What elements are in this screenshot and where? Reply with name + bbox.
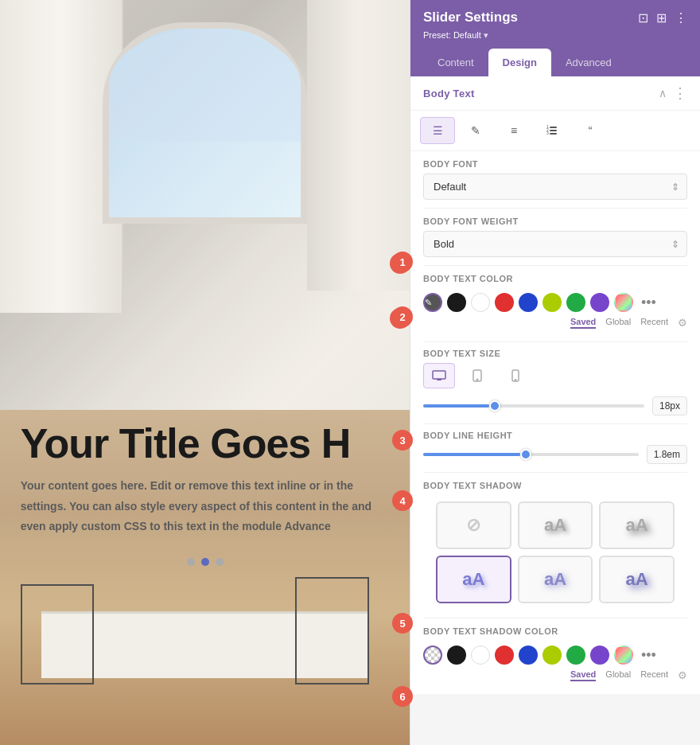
body-line-height-field: Body Line Height 1.8em bbox=[410, 424, 700, 472]
shadow-color-swatch-purple[interactable] bbox=[590, 646, 609, 665]
shadow-option-4[interactable]: aA bbox=[436, 556, 511, 603]
body-font-weight-label: Body Font Weight bbox=[423, 216, 687, 226]
body-text-section: Body Text ∧ ⋮ ☰ ✎ ≡ 1 2 bbox=[410, 76, 700, 694]
section-title: Body Text bbox=[423, 88, 475, 99]
svg-rect-7 bbox=[437, 379, 441, 380]
section-controls: ∧ ⋮ bbox=[659, 86, 687, 100]
shadow-color-swatch-lime[interactable] bbox=[542, 646, 562, 665]
color-swatch-blue[interactable] bbox=[519, 293, 538, 312]
shadow-color-tab-recent[interactable]: Recent bbox=[640, 669, 668, 681]
body-text-color-field: Body Text Color ✎ ••• bbox=[410, 266, 700, 341]
panel-title: Slider Settings bbox=[423, 10, 518, 25]
shadow-color-swatch-green[interactable] bbox=[566, 646, 585, 665]
color-tab-global[interactable]: Global bbox=[605, 317, 631, 329]
shadow-color-more-btn[interactable]: ••• bbox=[638, 647, 659, 664]
shadow-color-tab-saved[interactable]: Saved bbox=[570, 669, 596, 681]
shadow-color-tabs: Saved Global Recent ⚙ bbox=[423, 668, 687, 686]
shadow-color-swatches: ••• bbox=[423, 641, 687, 668]
body-font-select[interactable]: Default Arial Georgia Helvetica bbox=[423, 174, 687, 200]
text-size-value[interactable]: 18px bbox=[652, 396, 687, 415]
svg-rect-0 bbox=[550, 127, 557, 128]
body-font-field: Body Font Default Arial Georgia Helvetic… bbox=[410, 151, 700, 208]
color-swatch-red[interactable] bbox=[495, 293, 514, 312]
shadow-color-swatch-white[interactable] bbox=[471, 646, 490, 665]
color-tabs: Saved Global Recent ⚙ bbox=[423, 315, 687, 333]
tab-content[interactable]: Content bbox=[423, 49, 488, 76]
line-height-value[interactable]: 1.8em bbox=[647, 445, 687, 464]
format-toolbar: ☰ ✎ ≡ 1 2 3 “ bbox=[410, 111, 700, 151]
format-list-ol-btn[interactable]: 1 2 3 bbox=[535, 117, 570, 144]
shadow-color-swatch-transparent[interactable] bbox=[423, 646, 442, 665]
shadow-options: ⊘ aA aA aA aA aA bbox=[423, 495, 687, 610]
tab-advanced[interactable]: Advanced bbox=[551, 49, 626, 76]
shadow-none[interactable]: ⊘ bbox=[436, 501, 511, 549]
collapse-icon[interactable]: ∧ bbox=[659, 87, 667, 99]
color-swatch-black[interactable] bbox=[447, 293, 466, 312]
shadow-option-3[interactable]: aA bbox=[599, 501, 675, 549]
line-height-slider-track[interactable] bbox=[423, 453, 639, 456]
format-list-ul-btn[interactable]: ≡ bbox=[496, 117, 531, 144]
format-align-btn[interactable]: ☰ bbox=[420, 117, 455, 144]
format-italic-btn[interactable]: ✎ bbox=[458, 117, 493, 144]
shadow-color-swatch-blue[interactable] bbox=[519, 646, 538, 665]
svg-point-11 bbox=[515, 380, 515, 380]
shadow-color-tab-global[interactable]: Global bbox=[605, 669, 631, 681]
color-swatch-gradient[interactable] bbox=[614, 293, 633, 312]
preview-content: Your Title Goes H Your content goes here… bbox=[21, 421, 398, 536]
section-menu-icon[interactable]: ⋮ bbox=[673, 86, 687, 100]
preview-area: Your Title Goes H Your content goes here… bbox=[0, 0, 410, 745]
color-swatch-green[interactable] bbox=[566, 293, 585, 312]
device-tablet-tab[interactable] bbox=[461, 363, 493, 388]
body-text-shadow-field: Body Text Shadow ⊘ aA aA aA aA aA bbox=[410, 473, 700, 618]
maximize-icon[interactable]: ⊡ bbox=[638, 10, 648, 25]
body-font-select-wrap: Default Arial Georgia Helvetica ⇕ bbox=[423, 174, 687, 200]
body-text-shadow-color-field: Body Text Shadow Color ••• Saved Global bbox=[410, 618, 700, 694]
body-font-weight-field: Body Font Weight Bold Normal Light 100 2… bbox=[410, 209, 700, 265]
line-height-slider-thumb[interactable] bbox=[520, 449, 531, 460]
body-text-size-field: Body Text Size bbox=[410, 342, 700, 423]
settings-panel: Slider Settings ⊡ ⊞ ⋮ Preset: Default ▾ … bbox=[410, 0, 700, 745]
shadow-option-5[interactable]: aA bbox=[518, 556, 593, 603]
shadow-color-settings-icon[interactable]: ⚙ bbox=[678, 669, 687, 681]
line-height-slider-fill bbox=[423, 453, 520, 456]
svg-rect-1 bbox=[550, 130, 557, 131]
more-icon[interactable]: ⋮ bbox=[675, 10, 687, 25]
device-mobile-tab[interactable] bbox=[500, 363, 531, 388]
text-size-slider-thumb[interactable] bbox=[489, 400, 500, 412]
columns-icon[interactable]: ⊞ bbox=[656, 10, 667, 25]
svg-text:3: 3 bbox=[546, 131, 549, 135]
dot-2[interactable] bbox=[201, 558, 209, 566]
body-text-shadow-color-label: Body Text Shadow Color bbox=[423, 626, 687, 636]
svg-rect-2 bbox=[550, 133, 557, 135]
color-more-btn[interactable]: ••• bbox=[638, 294, 659, 311]
svg-rect-6 bbox=[433, 371, 445, 379]
body-text-color-label: Body Text Color bbox=[423, 274, 687, 283]
color-tab-recent[interactable]: Recent bbox=[640, 317, 668, 329]
device-desktop-tab[interactable] bbox=[423, 363, 455, 388]
section-header: Body Text ∧ ⋮ bbox=[410, 76, 700, 111]
color-swatch-purple[interactable] bbox=[590, 293, 609, 312]
color-picker-swatch[interactable]: ✎ bbox=[423, 293, 442, 312]
shadow-option-2[interactable]: aA bbox=[518, 501, 593, 549]
format-quote-btn[interactable]: “ bbox=[573, 117, 608, 144]
body-line-height-label: Body Line Height bbox=[423, 431, 687, 440]
shadow-color-swatch-black[interactable] bbox=[447, 646, 466, 665]
body-font-weight-select[interactable]: Bold Normal Light 100 200 300 400 500 60… bbox=[423, 231, 687, 257]
color-swatch-white[interactable] bbox=[471, 293, 490, 312]
text-size-slider-track[interactable] bbox=[423, 404, 644, 408]
dot-1[interactable] bbox=[187, 558, 195, 566]
color-tab-saved[interactable]: Saved bbox=[570, 317, 596, 329]
color-swatch-lime[interactable] bbox=[542, 293, 562, 312]
shadow-color-swatch-red[interactable] bbox=[495, 646, 514, 665]
line-height-slider-row: 1.8em bbox=[423, 445, 687, 464]
shadow-color-swatch-gradient[interactable] bbox=[614, 646, 633, 665]
shadow-option-6[interactable]: aA bbox=[599, 556, 675, 603]
dot-3[interactable] bbox=[216, 558, 224, 566]
color-settings-icon[interactable]: ⚙ bbox=[678, 317, 687, 329]
tab-design[interactable]: Design bbox=[488, 49, 551, 76]
panel-header-icons: ⊡ ⊞ ⋮ bbox=[638, 10, 687, 25]
panel-header-top: Slider Settings ⊡ ⊞ ⋮ bbox=[423, 10, 687, 25]
preset-label[interactable]: Preset: Default ▾ bbox=[423, 30, 687, 41]
body-font-label: Body Font bbox=[423, 159, 687, 169]
preview-overlay bbox=[0, 0, 410, 745]
